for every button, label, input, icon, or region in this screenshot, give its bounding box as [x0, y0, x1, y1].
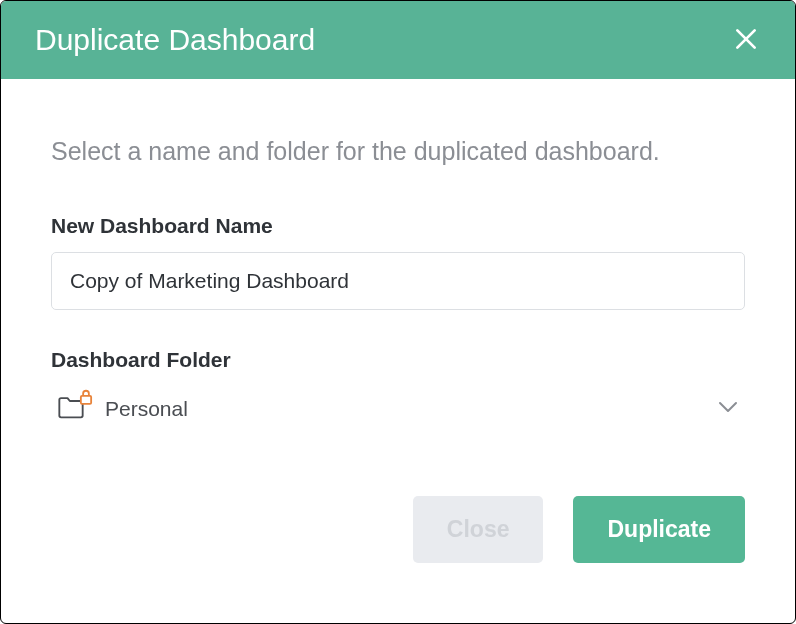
folder-value: Personal: [105, 397, 188, 421]
dashboard-name-input[interactable]: [51, 252, 745, 310]
name-field-group: New Dashboard Name: [51, 214, 745, 310]
folder-field-group: Dashboard Folder Personal: [51, 348, 745, 432]
folder-select[interactable]: Personal: [51, 386, 745, 432]
chevron-down-icon: [717, 400, 739, 418]
modal-footer: Close Duplicate: [1, 496, 795, 623]
svg-rect-2: [81, 396, 91, 404]
name-field-label: New Dashboard Name: [51, 214, 745, 238]
close-button[interactable]: Close: [413, 496, 544, 563]
folder-select-left: Personal: [57, 396, 188, 422]
duplicate-button[interactable]: Duplicate: [573, 496, 745, 563]
folder-field-label: Dashboard Folder: [51, 348, 745, 372]
modal-header: Duplicate Dashboard: [1, 1, 795, 79]
instruction-text: Select a name and folder for the duplica…: [51, 137, 745, 166]
close-icon[interactable]: [733, 26, 761, 54]
modal-title: Duplicate Dashboard: [35, 23, 315, 57]
modal-body: Select a name and folder for the duplica…: [1, 79, 795, 496]
folder-locked-icon: [57, 396, 87, 422]
duplicate-dashboard-modal: Duplicate Dashboard Select a name and fo…: [0, 0, 796, 624]
